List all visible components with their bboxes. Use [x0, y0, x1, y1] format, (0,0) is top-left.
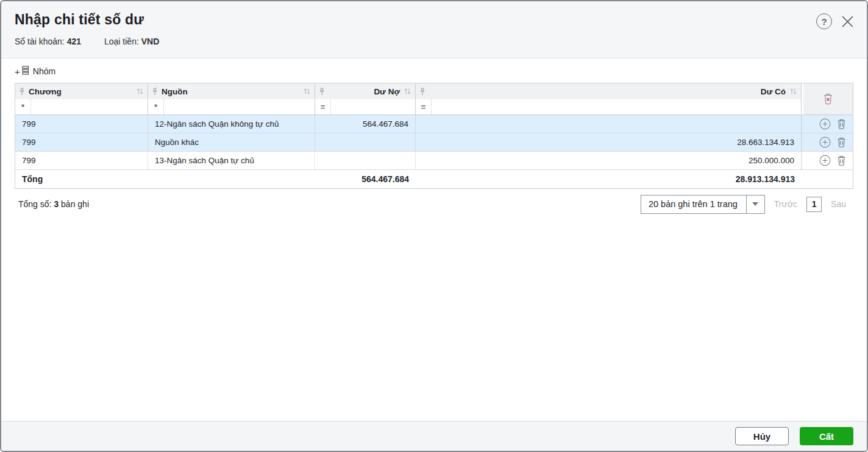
dropdown-arrow-icon[interactable]: [746, 196, 764, 213]
filter-cell-du-no: =: [315, 99, 416, 115]
current-page-input[interactable]: 1: [806, 197, 822, 212]
currency-type: Loại tiền: VND: [104, 37, 159, 46]
help-icon[interactable]: ?: [816, 13, 832, 29]
cancel-button[interactable]: Hủy: [735, 427, 789, 445]
column-header-du-no[interactable]: Dư Nợ: [315, 83, 416, 99]
delete-row-icon[interactable]: [837, 155, 846, 166]
pin-icon[interactable]: [19, 88, 25, 96]
column-header-nguon[interactable]: Nguồn: [148, 83, 315, 99]
cell-nguon[interactable]: 13-Ngân sách Quận tự chủ: [148, 152, 315, 169]
account-number: Số tài khoản: 421: [15, 37, 81, 46]
column-header-chuong[interactable]: Chương: [15, 83, 148, 99]
close-icon[interactable]: [841, 15, 855, 29]
cell-du-no[interactable]: [315, 133, 416, 151]
filter-operator[interactable]: =: [416, 99, 432, 115]
dialog-title: Nhập chi tiết số dư: [15, 1, 853, 28]
dialog-body: + Nhóm Chương: [1, 58, 867, 421]
filter-cell-nguon: *: [148, 99, 315, 115]
sort-icon[interactable]: [789, 88, 797, 95]
totals-row: Tổng 564.467.684 28.913.134.913: [15, 170, 853, 189]
delete-row-icon[interactable]: [837, 119, 846, 129]
dialog-footer: Hủy Cất: [1, 421, 867, 451]
cell-chuong[interactable]: 799: [15, 133, 148, 151]
cell-du-no[interactable]: [315, 152, 416, 169]
sort-icon[interactable]: [136, 88, 144, 95]
pin-icon[interactable]: [419, 88, 425, 96]
totals-label: Tổng: [15, 170, 148, 188]
cell-du-no[interactable]: 564.467.684: [315, 115, 416, 133]
filter-input-du-co[interactable]: [432, 99, 801, 115]
column-header-du-co[interactable]: Dư Có: [416, 83, 802, 99]
svg-text:×: ×: [827, 96, 830, 103]
filter-operator[interactable]: =: [315, 99, 331, 115]
filter-cell-du-co: =: [416, 99, 802, 115]
add-row-icon[interactable]: [819, 136, 831, 148]
cell-chuong[interactable]: 799: [15, 152, 148, 169]
record-count: Tổng số: 3 bản ghi: [15, 199, 89, 209]
balance-table: Chương Nguồn Dư Nợ: [15, 83, 853, 189]
clear-filters-icon[interactable]: ×: [802, 83, 853, 115]
cell-nguon[interactable]: 12-Ngân sách Quận không tự chủ: [148, 115, 315, 133]
save-button[interactable]: Cất: [800, 427, 853, 445]
table-row[interactable]: 799 Nguồn khác 28.663.134.913: [15, 133, 853, 152]
balance-detail-dialog: Nhập chi tiết số dư ? Số tài khoản: 421 …: [0, 0, 868, 452]
group-button[interactable]: + Nhóm: [15, 66, 55, 77]
filter-operator[interactable]: *: [148, 99, 164, 115]
totals-du-no: 564.467.684: [315, 170, 416, 188]
dialog-header: Nhập chi tiết số dư ? Số tài khoản: 421 …: [1, 1, 867, 58]
pin-icon[interactable]: [152, 88, 158, 96]
filter-operator[interactable]: *: [15, 99, 31, 115]
table-row[interactable]: 799 12-Ngân sách Quận không tự chủ 564.4…: [15, 115, 853, 133]
table-row[interactable]: 799 13-Ngân sách Quận tự chủ 250.000.000: [15, 152, 853, 170]
sort-icon[interactable]: [303, 88, 311, 95]
filter-input-nguon[interactable]: [164, 99, 315, 115]
totals-du-co: 28.913.134.913: [416, 170, 802, 188]
page-size-select[interactable]: 20 bản ghi trên 1 trang: [641, 195, 765, 214]
filter-cell-chuong: *: [15, 99, 148, 115]
add-row-icon[interactable]: [819, 155, 831, 166]
filter-input-du-no[interactable]: [331, 99, 415, 115]
group-button-label: Nhóm: [33, 66, 55, 76]
cell-du-co[interactable]: [416, 115, 802, 133]
cell-du-co[interactable]: 28.663.134.913: [416, 133, 802, 151]
pagination-bar: Tổng số: 3 bản ghi 20 bản ghi trên 1 tra…: [15, 194, 853, 214]
delete-row-icon[interactable]: [837, 137, 846, 147]
cell-nguon[interactable]: Nguồn khác: [148, 133, 315, 151]
cell-du-co[interactable]: 250.000.000: [416, 152, 802, 169]
sort-icon[interactable]: [404, 88, 411, 95]
cell-chuong[interactable]: 799: [15, 115, 148, 133]
group-icon: [22, 66, 29, 77]
filter-input-chuong[interactable]: [31, 99, 148, 115]
prev-page-button[interactable]: Trước: [774, 199, 797, 209]
pin-icon[interactable]: [319, 88, 325, 96]
next-page-button[interactable]: Sau: [831, 199, 846, 209]
add-row-icon[interactable]: [819, 118, 831, 130]
